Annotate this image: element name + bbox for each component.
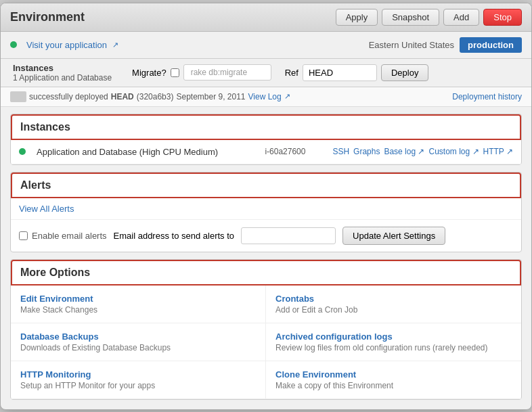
ref-input[interactable] [303,64,377,81]
archived-logs-desc: Review log files from old configuration … [275,343,512,352]
alert-settings-row: Enable email alerts Email address to sen… [11,220,521,252]
page-title: Environment [10,10,85,24]
visit-application-link[interactable]: Visit your application [26,40,107,50]
enable-alerts-text: Enable email alerts [32,231,107,241]
http-ext-icon: ↗ [504,147,513,156]
top-bar-right: Eastern United States production [369,37,522,53]
view-log-link[interactable]: View Log [248,92,282,101]
email-label: Email address to send alerts to [114,231,234,241]
clone-environment-desc: Make a copy of this Environment [275,381,512,390]
instances-label: Instances [13,63,112,73]
instances-sub: 1 Application and Database [13,73,112,83]
commit-hash: (320a6b3) [137,92,174,101]
deploy-date: September 9, 2011 [176,92,245,101]
apply-button[interactable]: Apply [336,9,378,26]
instance-status-dot [19,148,26,155]
database-backups-link[interactable]: Database Backups [20,331,256,342]
deployment-history-link[interactable]: Deployment history [452,92,522,101]
status-left: successfully deployed HEAD (320a6b3) Sep… [10,91,290,102]
instance-row: Application and Database (High CPU Mediu… [11,140,521,164]
http-monitoring-desc: Setup an HTTP Monitor for your apps [20,381,256,390]
option-database-backups: Database Backups Downloads of Existing D… [11,323,266,361]
migrate-section: Migrate? [132,64,271,81]
status-dot [10,41,17,48]
option-archived-logs: Archived configuration logs Review log f… [266,323,521,361]
edit-environment-desc: Make Stack Changes [20,305,256,315]
custom-log-link[interactable]: Custom log ↗ [428,147,479,156]
crontabs-link[interactable]: Crontabs [275,294,512,304]
deploy-bar: Instances 1 Application and Database Mig… [1,59,531,87]
option-clone-environment: Clone Environment Make a copy of this En… [266,361,521,399]
custom-log-ext-icon: ↗ [470,147,479,156]
environment-badge: production [460,37,522,53]
option-http-monitoring: HTTP Monitoring Setup an HTTP Monitor fo… [11,361,266,399]
instances-section-header: Instances [11,114,521,140]
deployed-text: successfully deployed [29,92,108,101]
region-label: Eastern United States [369,40,454,50]
enable-alerts-label: Enable email alerts [19,231,107,241]
status-bar: successfully deployed HEAD (320a6b3) Sep… [1,87,531,107]
ref-section: Ref Deploy [285,64,429,81]
alerts-section-header: Alerts [11,173,521,198]
external-link-icon: ↗ [112,41,118,49]
view-all-alerts-link[interactable]: View All Alerts [11,198,521,220]
instance-id: i-60a27600 [265,147,326,156]
crontabs-desc: Add or Edit a Cron Job [275,305,512,315]
option-edit-environment: Edit Environment Make Stack Changes [11,285,266,323]
clone-environment-link[interactable]: Clone Environment [275,369,512,380]
ref-label: Ref [285,68,298,78]
title-bar-buttons: Apply Snapshot Add Stop [336,9,522,26]
top-bar: Visit your application ↗ Eastern United … [1,32,531,59]
http-monitoring-link[interactable]: HTTP Monitoring [20,369,256,380]
base-log-link[interactable]: Base log ↗ [384,147,424,156]
http-label: HTTP [483,147,504,156]
graphs-link[interactable]: Graphs [353,147,380,156]
update-alert-button[interactable]: Update Alert Settings [342,227,445,245]
http-link[interactable]: HTTP ↗ [483,147,513,156]
top-bar-left: Visit your application ↗ [10,40,118,50]
instance-name: Application and Database (High CPU Mediu… [37,147,258,157]
archived-logs-link[interactable]: Archived configuration logs [275,331,512,342]
base-log-ext-icon: ↗ [416,147,424,156]
option-crontabs: Crontabs Add or Edit a Cron Job [266,285,521,323]
main-window: Environment Apply Snapshot Add Stop Visi… [0,3,532,410]
edit-environment-link[interactable]: Edit Environment [20,294,256,304]
alerts-section: Alerts View All Alerts Enable email aler… [10,172,522,252]
migrate-input[interactable] [183,64,271,81]
instances-section: Instances Application and Database (High… [10,114,522,165]
migrate-label: Migrate? [132,68,167,78]
instance-actions: SSH Graphs Base log ↗ Custom log ↗ HTTP … [332,147,513,156]
more-options-header: More Options [11,260,521,285]
custom-log-label: Custom log [428,147,470,156]
ssh-link[interactable]: SSH [332,147,349,156]
more-options-section: More Options Edit Environment Make Stack… [10,259,522,400]
deploy-button[interactable]: Deploy [381,64,428,81]
head-label: HEAD [111,92,134,101]
stop-button[interactable]: Stop [483,9,522,26]
alert-email-input[interactable] [241,227,336,244]
enable-alerts-checkbox[interactable] [19,231,28,240]
options-grid: Edit Environment Make Stack Changes Cron… [11,285,521,399]
user-avatar [10,91,26,102]
snapshot-button[interactable]: Snapshot [382,9,439,26]
migrate-checkbox[interactable] [171,68,179,77]
base-log-label: Base log [384,147,416,156]
add-button[interactable]: Add [443,9,479,26]
title-bar: Environment Apply Snapshot Add Stop [1,3,531,32]
instances-info: Instances 1 Application and Database [13,63,112,83]
database-backups-desc: Downloads of Existing Database Backups [20,343,256,352]
view-log-external-icon: ↗ [284,92,290,101]
